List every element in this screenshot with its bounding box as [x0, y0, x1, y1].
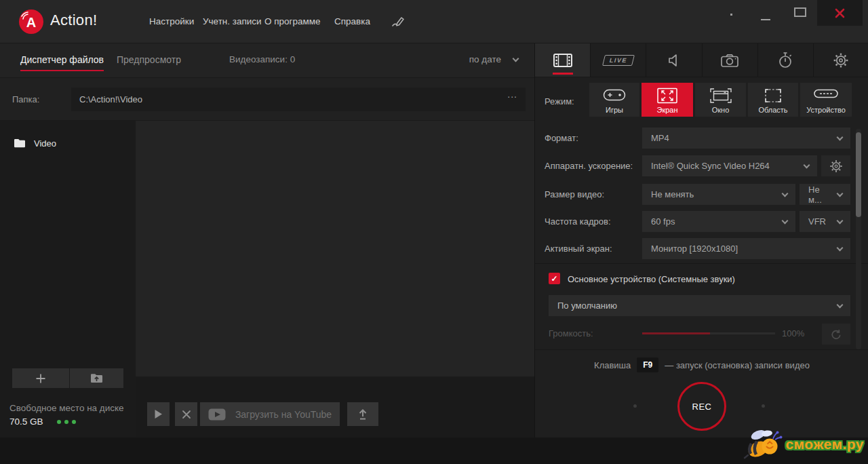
audio-device-dropdown[interactable]: По умолчанию: [549, 295, 850, 316]
upload-to-youtube-label: Загрузить на YouTube: [235, 409, 332, 420]
play-button[interactable]: [147, 402, 170, 426]
menu-accounts[interactable]: Учетн. записи: [203, 16, 262, 26]
watermark: сможем.ру: [743, 427, 864, 461]
export-button[interactable]: [347, 402, 378, 426]
format-value: MP4: [651, 133, 669, 143]
settings-scrollbar[interactable]: [856, 129, 861, 349]
action-logo-icon: A: [19, 9, 43, 34]
mode-device-label: Устройство: [806, 106, 846, 114]
hw-accel-settings-button[interactable]: [821, 155, 850, 176]
record-button[interactable]: REC: [677, 382, 726, 431]
hw-accel-dropdown[interactable]: Intel® Quick Sync Video H264: [642, 155, 817, 176]
tab-live-streaming[interactable]: LIVE: [591, 43, 646, 77]
chevron-down-icon: [513, 55, 519, 62]
gear-icon: [829, 159, 843, 173]
sidebar-item-label: Video: [34, 138, 56, 149]
framerate-dropdown[interactable]: 60 fps: [642, 211, 795, 232]
menu-about[interactable]: О программе: [264, 16, 321, 26]
framerate-mode-value: VFR: [808, 216, 826, 227]
mode-games-button[interactable]: Игры: [589, 83, 639, 117]
volume-label: Громкость:: [549, 328, 593, 339]
folder-path-field[interactable]: C:\Action!\Video ...: [71, 88, 526, 111]
framerate-mode-dropdown[interactable]: VFR: [800, 211, 850, 232]
tab-file-manager[interactable]: Диспетчер файлов: [20, 54, 104, 71]
volume-slider[interactable]: [642, 332, 775, 334]
free-space-label: Свободное место на диске: [9, 403, 124, 413]
tab-preview[interactable]: Предпросмотр: [117, 54, 181, 70]
volume-value: 100%: [782, 328, 804, 339]
gear-icon: [833, 52, 849, 69]
chevron-down-icon: [837, 218, 844, 225]
delete-button[interactable]: [175, 402, 197, 426]
active-screen-dropdown[interactable]: Монитор [1920x1080]: [642, 238, 850, 259]
window-icon: [709, 88, 732, 104]
chevron-down-icon: [804, 162, 810, 169]
camera-icon: [720, 53, 739, 68]
tab-benchmark[interactable]: [758, 43, 814, 77]
tab-video-recording[interactable]: [535, 43, 591, 77]
mode-area-label: Область: [758, 106, 787, 114]
mode-area-button[interactable]: Область: [748, 83, 798, 117]
tab-audio-recording[interactable]: [646, 43, 702, 77]
recordings-counter: Видеозаписи: 0: [229, 54, 295, 64]
mode-window-button[interactable]: Окно: [695, 83, 746, 117]
pen-tool-button[interactable]: [389, 12, 408, 31]
stopwatch-icon: [777, 52, 793, 69]
gamepad-icon: [603, 88, 626, 102]
reset-icon: [830, 328, 842, 341]
format-label: Формат:: [545, 133, 578, 143]
speaker-icon: [667, 53, 682, 68]
tab-screenshots[interactable]: [703, 43, 758, 77]
bottom-bar: [0, 438, 868, 464]
folder-icon: [14, 138, 26, 148]
browse-button[interactable]: ...: [507, 89, 517, 100]
folder-row: Папка: C:\Action!\Video ...: [0, 78, 534, 121]
maximize-icon: [794, 7, 806, 17]
rec-side-dot: [633, 404, 637, 408]
mode-device-button[interactable]: Устройство: [800, 83, 852, 117]
live-icon: LIVE: [602, 55, 635, 66]
free-space-value: 70.5 GB: [9, 417, 43, 427]
video-size-extra-dropdown[interactable]: Не м...: [800, 184, 850, 205]
titlebar-dot: [730, 14, 732, 16]
menu-settings[interactable]: Настройки: [149, 16, 194, 26]
upload-icon: [357, 408, 368, 420]
video-size-value: Не менять: [651, 189, 694, 199]
mode-screen-button[interactable]: Экран: [642, 83, 693, 117]
signal-arcs-icon: [21, 12, 32, 21]
maximize-button[interactable]: [792, 6, 808, 18]
x-icon: [182, 410, 191, 419]
app-title: Action!: [50, 12, 97, 29]
recording-tabs: LIVE: [535, 43, 868, 77]
film-icon: [553, 52, 573, 69]
video-size-dropdown[interactable]: Не менять: [642, 184, 795, 205]
volume-reset-button[interactable]: [822, 324, 850, 345]
format-dropdown[interactable]: MP4: [642, 128, 850, 149]
mode-screen-label: Экран: [656, 106, 677, 114]
chevron-down-icon: [782, 218, 789, 225]
import-folder-button[interactable]: [70, 368, 123, 388]
scrollbar-thumb[interactable]: [856, 132, 861, 217]
minimize-button[interactable]: [757, 9, 774, 20]
add-folder-button[interactable]: [12, 368, 69, 388]
menu-help[interactable]: Справка: [334, 16, 370, 26]
bee-icon: [743, 427, 783, 461]
close-button[interactable]: [817, 0, 863, 26]
divider: [535, 349, 868, 350]
tab-settings[interactable]: [814, 43, 868, 77]
green-dot-icon: [64, 420, 68, 424]
mode-games-label: Игры: [606, 106, 623, 114]
sidebar-item-video[interactable]: Video: [0, 133, 136, 153]
capture-device-icon: [813, 88, 839, 100]
green-dot-icon: [72, 420, 76, 424]
chevron-down-icon: [837, 245, 844, 252]
primary-audio-checkbox[interactable]: ✓: [549, 273, 560, 284]
sort-dropdown[interactable]: по дате: [469, 54, 518, 64]
play-icon: [154, 409, 163, 419]
files-area: Загрузить на YouTube: [136, 121, 534, 438]
hotkey-prefix: Клавиша: [594, 360, 631, 370]
mode-window-label: Окно: [712, 106, 730, 114]
pen-icon: [391, 14, 407, 29]
chevron-down-icon: [837, 302, 844, 309]
upload-to-youtube-button[interactable]: Загрузить на YouTube: [200, 402, 340, 426]
